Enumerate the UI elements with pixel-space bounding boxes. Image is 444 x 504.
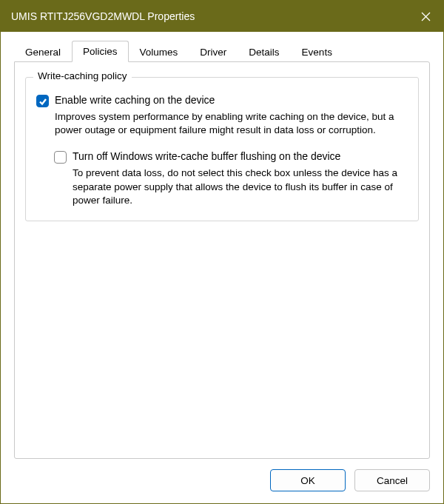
turnoff-flush-label: Turn off Windows write-cache buffer flus…	[73, 150, 340, 162]
nested-option: Turn off Windows write-cache buffer flus…	[54, 150, 408, 207]
properties-dialog: UMIS RTITJ256VGD2MWDL Properties General…	[0, 0, 444, 504]
titlebar[interactable]: UMIS RTITJ256VGD2MWDL Properties	[1, 1, 443, 32]
check-icon	[38, 97, 47, 106]
tab-events[interactable]: Events	[291, 41, 343, 62]
dialog-button-row: OK Cancel	[14, 459, 430, 491]
turnoff-flush-row: Turn off Windows write-cache buffer flus…	[54, 150, 408, 164]
enable-write-caching-checkbox[interactable]	[36, 95, 49, 107]
enable-write-caching-desc: Improves system performance by enabling …	[55, 110, 402, 137]
close-button[interactable]	[408, 1, 443, 32]
enable-write-caching-row: Enable write caching on the device	[36, 94, 408, 107]
tab-panel-policies: Write-caching policy Enable write cachin…	[14, 61, 430, 459]
groupbox-legend: Write-caching policy	[33, 70, 132, 81]
turnoff-flush-checkbox[interactable]	[54, 151, 67, 164]
ok-button[interactable]: OK	[270, 469, 346, 491]
content-area: General Policies Volumes Driver Details …	[1, 32, 443, 503]
enable-write-caching-label: Enable write caching on the device	[55, 94, 215, 106]
tab-driver[interactable]: Driver	[189, 41, 238, 62]
write-caching-groupbox: Write-caching policy Enable write cachin…	[25, 77, 419, 221]
tab-details[interactable]: Details	[238, 41, 290, 62]
cancel-button[interactable]: Cancel	[354, 469, 430, 491]
tab-strip: General Policies Volumes Driver Details …	[14, 39, 430, 61]
turnoff-flush-desc: To prevent data loss, do not select this…	[73, 167, 402, 207]
tab-volumes[interactable]: Volumes	[129, 41, 189, 62]
tab-policies[interactable]: Policies	[72, 41, 129, 62]
tab-general[interactable]: General	[14, 41, 72, 62]
window-title: UMIS RTITJ256VGD2MWDL Properties	[11, 10, 408, 22]
close-icon	[421, 12, 431, 21]
